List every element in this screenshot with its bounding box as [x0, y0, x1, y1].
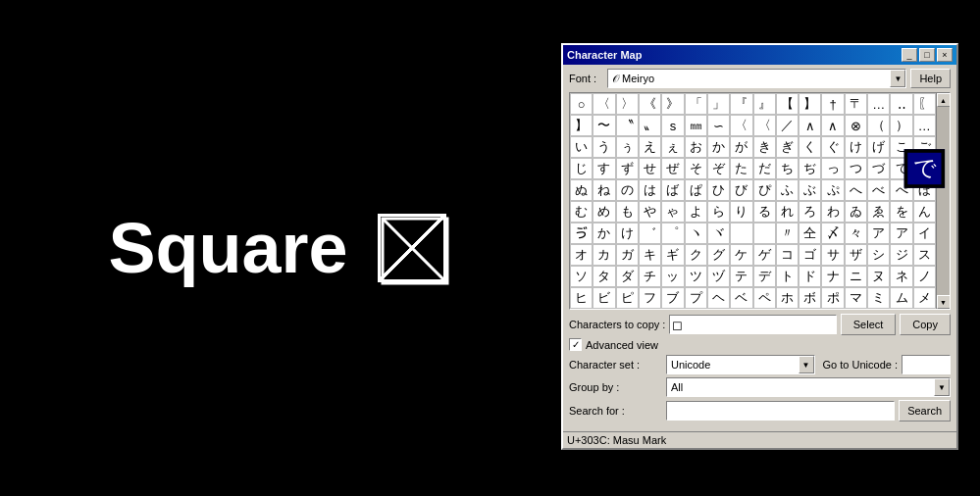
charset-dropdown-button[interactable]: ▼: [799, 356, 814, 373]
char-cell[interactable]: 【: [776, 93, 799, 115]
char-cell[interactable]: ゑ: [867, 201, 890, 223]
char-cell[interactable]: ピ: [616, 287, 639, 309]
close-button[interactable]: ×: [937, 48, 953, 62]
char-cell[interactable]: そ: [685, 158, 707, 179]
char-cell[interactable]: ボ: [799, 287, 821, 309]
char-cell[interactable]: ゞ: [753, 223, 776, 244]
char-cell[interactable]: キ: [639, 244, 661, 266]
char-cell[interactable]: ゲ: [753, 244, 776, 266]
char-cell[interactable]: き: [753, 136, 776, 158]
char-cell[interactable]: チ: [639, 266, 661, 287]
char-cell[interactable]: ゴ: [799, 244, 821, 266]
char-cell[interactable]: オ: [570, 244, 593, 266]
char-cell[interactable]: ソ: [570, 266, 593, 287]
char-cell[interactable]: …: [867, 93, 890, 115]
char-cell[interactable]: ガ: [616, 244, 639, 266]
char-cell[interactable]: く: [799, 136, 821, 158]
char-cell[interactable]: 〈: [753, 115, 776, 136]
char-cell[interactable]: ぶ: [799, 179, 821, 201]
char-cell[interactable]: が: [730, 136, 752, 158]
char-cell[interactable]: ケ: [730, 244, 752, 266]
char-cell[interactable]: づ: [867, 158, 890, 179]
char-cell[interactable]: 《: [639, 93, 661, 115]
scroll-track[interactable]: [937, 107, 950, 295]
char-cell[interactable]: ゜: [661, 223, 684, 244]
char-cell[interactable]: ぬ: [570, 179, 593, 201]
search-button[interactable]: Search: [899, 400, 951, 422]
char-cell[interactable]: せ: [639, 158, 661, 179]
char-cell[interactable]: だ: [753, 158, 776, 179]
char-cell[interactable]: ろ: [799, 201, 821, 223]
char-cell[interactable]: 〜: [593, 115, 615, 136]
char-cell[interactable]: べ: [867, 179, 890, 201]
char-cell[interactable]: ぷ: [821, 179, 844, 201]
char-cell[interactable]: ト: [776, 266, 799, 287]
font-select[interactable]: 𝒪 Meiryo ▼: [607, 69, 906, 88]
char-cell[interactable]: む: [570, 201, 593, 223]
char-cell[interactable]: シ: [867, 244, 890, 266]
char-cell[interactable]: ミ: [867, 287, 890, 309]
char-cell[interactable]: ギ: [661, 244, 684, 266]
char-cell[interactable]: ‥: [890, 93, 912, 115]
char-cell[interactable]: つ: [845, 158, 867, 179]
char-cell[interactable]: げ: [867, 136, 890, 158]
char-cell[interactable]: プ: [685, 287, 707, 309]
char-cell[interactable]: 〟: [639, 115, 661, 136]
char-cell[interactable]: ゔ: [570, 223, 593, 244]
char-cell[interactable]: じ: [570, 158, 593, 179]
char-cell[interactable]: す: [593, 158, 615, 179]
char-cell[interactable]: （: [867, 115, 890, 136]
char-cell[interactable]: 〉: [616, 93, 639, 115]
char-cell[interactable]: た: [730, 158, 752, 179]
char-cell[interactable]: ホ: [776, 287, 799, 309]
char-cell[interactable]: る: [753, 201, 776, 223]
char-cell[interactable]: 〆: [821, 223, 844, 244]
char-cell[interactable]: ナ: [821, 266, 844, 287]
copy-button[interactable]: Copy: [900, 314, 951, 335]
char-cell[interactable]: め: [593, 201, 615, 223]
char-cell[interactable]: り: [730, 201, 752, 223]
char-cell[interactable]: ぜ: [661, 158, 684, 179]
search-input[interactable]: [666, 401, 895, 421]
char-cell[interactable]: ぱ: [685, 179, 707, 201]
char-cell[interactable]: テ: [730, 266, 752, 287]
char-cell[interactable]: メ: [913, 287, 936, 309]
char-cell[interactable]: ノ: [913, 266, 936, 287]
char-cell[interactable]: ム: [890, 287, 912, 309]
char-cell[interactable]: ず: [616, 158, 639, 179]
char-cell[interactable]: サ: [821, 244, 844, 266]
char-cell[interactable]: か: [593, 223, 615, 244]
char-cell[interactable]: 〈: [730, 115, 752, 136]
char-cell[interactable]: 〈: [593, 93, 615, 115]
advanced-view-checkbox[interactable]: [569, 338, 582, 351]
char-cell[interactable]: ぅ: [616, 136, 639, 158]
char-cell[interactable]: ク: [685, 244, 707, 266]
char-cell[interactable]: フ: [639, 287, 661, 309]
char-cell[interactable]: 〒: [845, 93, 867, 115]
char-cell[interactable]: デ: [753, 266, 776, 287]
char-cell[interactable]: ぴ: [753, 179, 776, 201]
char-cell[interactable]: い: [570, 136, 593, 158]
char-cell[interactable]: よ: [685, 201, 707, 223]
char-cell[interactable]: s: [661, 115, 684, 136]
char-cell[interactable]: ∽: [707, 115, 730, 136]
char-cell[interactable]: や: [639, 201, 661, 223]
char-cell[interactable]: 】: [570, 115, 593, 136]
char-cell[interactable]: ⊗: [845, 115, 867, 136]
char-cell[interactable]: 〝: [616, 115, 639, 136]
char-cell[interactable]: ふ: [776, 179, 799, 201]
char-cell[interactable]: ツ: [685, 266, 707, 287]
char-cell[interactable]: ば: [661, 179, 684, 201]
char-cell[interactable]: っ: [821, 158, 844, 179]
scroll-down-button[interactable]: ▼: [937, 295, 951, 309]
char-cell[interactable]: ㎜: [685, 115, 707, 136]
char-cell[interactable]: 『: [730, 93, 752, 115]
char-cell[interactable]: コ: [776, 244, 799, 266]
char-cell[interactable]: ッ: [661, 266, 684, 287]
char-cell[interactable]: ヘ: [707, 287, 730, 309]
char-cell[interactable]: ぐ: [821, 136, 844, 158]
select-button[interactable]: Select: [841, 314, 897, 335]
char-cell[interactable]: で: [903, 149, 945, 188]
char-cell[interactable]: ヅ: [707, 266, 730, 287]
char-cell[interactable]: ペ: [753, 287, 776, 309]
